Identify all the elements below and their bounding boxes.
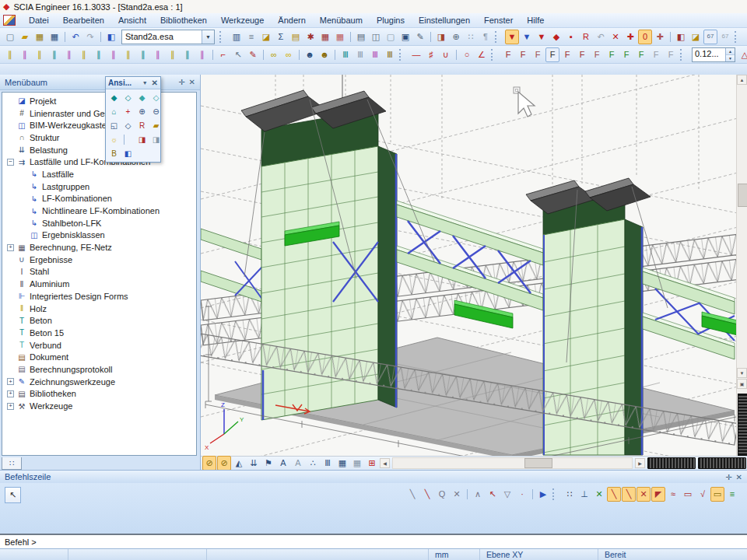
project-combo[interactable]: Stand2a.esa ▼ — [121, 30, 215, 44]
screen-capture-icon[interactable]: ◧ — [674, 30, 688, 44]
clip-front-view-icon[interactable]: ◨ — [135, 133, 149, 146]
polyline-icon[interactable]: ⌐ — [216, 47, 230, 62]
tree-item-ergebnisse[interactable]: ∪Ergebnisse — [2, 254, 196, 266]
menu-item-bearbeiten[interactable]: Bearbeiten — [56, 14, 111, 26]
wizard-icon[interactable]: ☻ — [303, 47, 317, 62]
user-blocks-icon[interactable]: ☻ — [317, 47, 331, 62]
tree-item-nichtlineare-lf-kombinationen[interactable]: ↳Nichtlineare LF-Kombinationen — [2, 205, 196, 217]
circle-mark-icon[interactable]: ○ — [460, 47, 474, 62]
tree-item-verbund[interactable]: TVerbund — [2, 339, 196, 352]
render-settings-icon[interactable]: ◧ — [121, 147, 135, 160]
rib-icon[interactable]: ∥ — [77, 47, 91, 62]
zoom-all-icon[interactable]: ◇ — [121, 119, 135, 132]
grid-points-icon[interactable]: ∷ — [563, 487, 577, 502]
image-export-icon[interactable]: ◨ — [434, 30, 448, 44]
light-icon[interactable]: ☼ — [107, 133, 121, 146]
pin-icon[interactable]: ✛ — [178, 78, 184, 86]
plate-member-icon[interactable]: ∥ — [33, 47, 47, 62]
deformation-scale-icon[interactable]: △ — [738, 47, 747, 62]
tree-item-dokument[interactable]: ▤Dokument — [2, 351, 196, 363]
command-input[interactable]: Befehl > — [0, 534, 747, 549]
snap-midpoint-icon[interactable]: ╲ — [622, 487, 636, 502]
vertical-scroll-thumb[interactable] — [738, 184, 747, 207]
hinge-spring-icon[interactable]: F — [619, 47, 633, 62]
save-icon[interactable]: ▦ — [47, 30, 61, 44]
hinge-plastic-icon[interactable]: F — [634, 47, 648, 62]
hinge-fx-icon[interactable]: F — [516, 47, 530, 62]
arbitrary-member-icon[interactable]: ∥ — [107, 47, 121, 62]
hinge-line-icon[interactable]: F — [649, 47, 663, 62]
haunch-icon[interactable]: ∥ — [92, 47, 106, 62]
axes-view-icon[interactable]: + — [121, 105, 135, 118]
hinge-beam-icon[interactable]: F — [664, 47, 678, 62]
dimension-grid-icon[interactable]: ♯ — [424, 47, 438, 62]
weld-symbol-icon[interactable]: ∪ — [439, 47, 453, 62]
opening-icon[interactable]: ∥ — [62, 47, 76, 62]
snap-intersection-icon[interactable]: ✕ — [637, 487, 651, 502]
wall-member-icon[interactable]: ∥ — [47, 47, 61, 62]
spin-down-icon[interactable]: ▼ — [726, 55, 735, 61]
expand-icon[interactable]: + — [7, 403, 14, 410]
export-icon[interactable]: ◪ — [259, 30, 273, 44]
tree-item-stahl[interactable]: ⅠStahl — [2, 266, 196, 278]
vertical-scrollbar[interactable]: ▲ ▼ ▣ — [736, 75, 747, 456]
tree-item-bim-werkzeugkasten[interactable]: ◫BIM-Werkzeugkasten — [2, 119, 196, 131]
snap-polygon-icon[interactable]: ▭ — [681, 487, 695, 502]
split-view-icon[interactable]: ▣ — [737, 379, 747, 389]
snap-arc-icon[interactable]: √ — [696, 487, 710, 502]
workspace-tab-icon[interactable]: ∷ — [2, 457, 22, 470]
pin-icon[interactable]: ✛ — [725, 473, 731, 481]
show-mesh-icon[interactable]: ⊞ — [365, 456, 379, 471]
load-group-icon[interactable]: ▼ — [520, 30, 534, 44]
chevron-down-icon[interactable]: ▼ — [202, 30, 214, 44]
case-zero-icon[interactable]: 0 — [638, 30, 652, 44]
send-picture-icon[interactable]: ◪ — [689, 30, 703, 44]
track-cursor-icon[interactable]: ▶ — [536, 487, 550, 502]
tree-item-lastfälle[interactable]: ↳Lastfälle — [2, 168, 196, 180]
subregion-icon[interactable]: ∥ — [151, 47, 165, 62]
show-abs-labels-icon[interactable]: A — [291, 456, 305, 471]
previous-case-icon[interactable]: ↶ — [594, 30, 608, 44]
redo-icon[interactable]: ↷ — [83, 30, 97, 44]
snap-vertex-icon[interactable]: ∧ — [471, 487, 485, 502]
modify-icon[interactable]: ✎ — [246, 47, 260, 62]
scroll-up-icon[interactable]: ▲ — [737, 75, 747, 85]
expand-icon[interactable]: + — [7, 378, 14, 385]
snap-segment-icon[interactable]: ╲ — [420, 487, 434, 502]
paint-sections-icon[interactable]: Ⅲ — [368, 47, 382, 62]
menu-item-fenster[interactable]: Fenster — [477, 14, 520, 26]
combination-icon[interactable]: ▼ — [535, 30, 549, 44]
tree-item-lastfälle-und-lf-kombinationen[interactable]: −⇉Lastfälle und LF-Kombinationen — [2, 156, 196, 168]
menu-item-einstellungen[interactable]: Einstellungen — [412, 14, 477, 26]
print-icon[interactable]: ▤ — [354, 30, 368, 44]
tree-item-linienraster-und-geschosse[interactable]: #Linienraster und Geschosse — [2, 107, 196, 120]
new-project-icon[interactable]: ▢ — [3, 30, 17, 44]
view-default-icon[interactable]: ⌂ — [107, 105, 121, 118]
chevron-down-icon[interactable]: ▼ — [142, 80, 148, 86]
snap-circle-icon[interactable]: Q — [435, 487, 449, 502]
engineering-report-icon[interactable]: ✎ — [413, 30, 427, 44]
horizontal-scrollbar[interactable] — [392, 457, 633, 469]
select-icon[interactable]: ↖ — [231, 47, 245, 62]
numbering-on-icon[interactable]: 67 — [703, 30, 717, 44]
snap-line-icon[interactable]: ╲ — [405, 487, 419, 502]
menu-item-plugins[interactable]: Plugins — [370, 14, 412, 26]
rotation-bar-vertical[interactable] — [738, 394, 747, 456]
menu-item-men-baum[interactable]: Menübaum — [313, 14, 370, 26]
hinge-custom-icon[interactable]: F — [575, 47, 589, 62]
print-preview-icon[interactable]: ◫ — [369, 30, 383, 44]
nonlinear-combination-icon[interactable]: ◆ — [549, 30, 563, 44]
snap-tangent-icon[interactable]: ≈ — [666, 487, 680, 502]
rotation-bar-1[interactable] — [647, 457, 696, 469]
view-top-icon[interactable]: ◇ — [149, 91, 163, 104]
tree-item-struktur[interactable]: ∩Struktur — [2, 131, 196, 144]
show-supports-icon[interactable]: ⚑ — [261, 456, 275, 471]
tree-item-bibliotheken[interactable]: +▤Bibliotheken — [2, 388, 196, 401]
menu-item-bibliotheken[interactable]: Bibliotheken — [153, 14, 214, 26]
connect-members-icon[interactable]: ∥ — [181, 47, 195, 62]
clip-front-icon[interactable]: ⊘ — [202, 456, 216, 471]
search-icon[interactable]: ⊕ — [449, 30, 463, 44]
tree-item-werkzeuge[interactable]: +⚒Werkzeuge — [2, 400, 196, 412]
delete-case-icon[interactable]: ✕ — [608, 30, 622, 44]
collapse-icon[interactable]: − — [7, 159, 14, 166]
